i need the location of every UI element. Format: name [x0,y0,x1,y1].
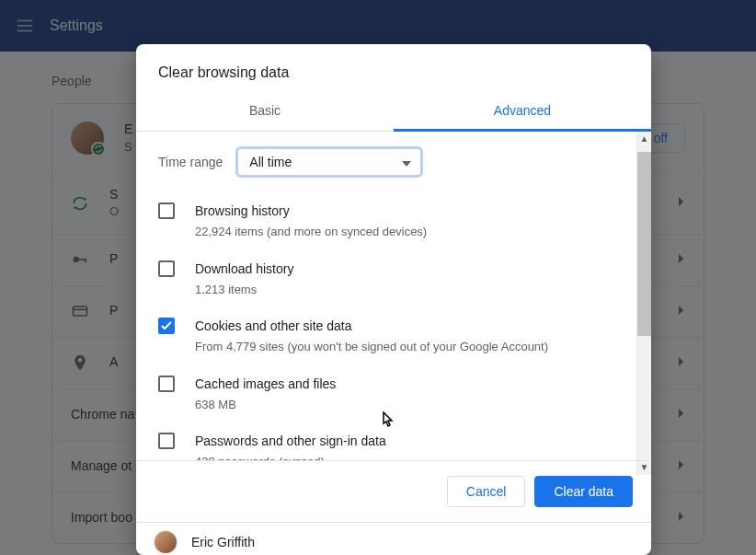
account-name: Eric Griffith [191,535,255,549]
cancel-button[interactable]: Cancel [447,476,526,507]
tab-advanced[interactable]: Advanced [394,92,651,132]
checkbox[interactable] [158,260,175,277]
clear-data-button[interactable]: Clear data [534,476,633,507]
time-range-label: Time range [158,155,223,169]
dialog-tabs: Basic Advanced [136,92,651,132]
dialog-scroll-area: Time range All time Browsing history 22,… [136,132,636,460]
time-range-select[interactable]: All time [237,148,421,176]
tab-basic[interactable]: Basic [136,92,394,131]
account-avatar [153,529,178,555]
caret-down-icon [402,155,411,169]
checkbox[interactable] [158,318,175,334]
checkbox[interactable] [158,376,175,392]
dialog-footer: Cancel Clear data [136,460,651,522]
option-cookies[interactable]: Cookies and other site data From 4,779 s… [158,307,614,365]
checkbox[interactable] [158,433,175,449]
checkbox[interactable] [158,202,175,219]
account-footer: Eric Griffith [136,522,651,555]
clear-browsing-data-dialog: Clear browsing data Basic Advanced Time … [136,44,651,555]
option-browsing-history[interactable]: Browsing history 22,924 items (and more … [158,192,614,250]
scrollbar[interactable]: ▲ [636,132,651,460]
option-cached[interactable]: Cached images and files 638 MB [158,365,614,423]
dialog-title: Clear browsing data [136,44,651,92]
scroll-up-icon[interactable]: ▲ [637,132,651,146]
option-download-history[interactable]: Download history 1,213 items [158,250,614,308]
time-range-value: All time [249,155,292,169]
option-passwords[interactable]: Passwords and other sign-in data 430 pas… [158,422,614,460]
scrollbar-thumb[interactable] [637,152,651,336]
